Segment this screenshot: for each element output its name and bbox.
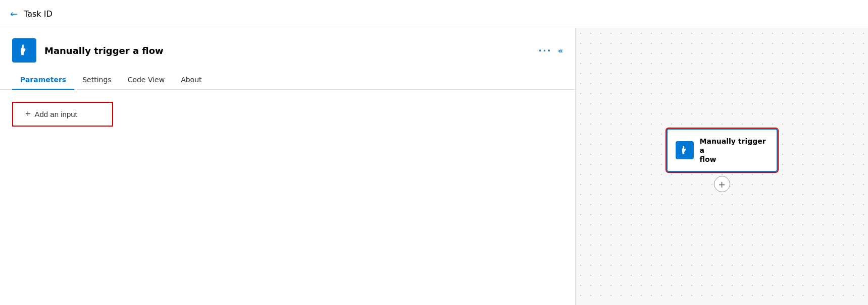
node-icon	[676, 141, 694, 159]
add-input-button[interactable]: + Add an input	[12, 102, 113, 127]
trigger-icon	[12, 38, 36, 63]
main-layout: Manually trigger a flow ··· « Parameters…	[0, 28, 868, 305]
hand-icon	[17, 43, 31, 57]
tabs: Parameters Settings Code View About	[0, 71, 575, 90]
tab-settings[interactable]: Settings	[74, 71, 119, 90]
trigger-header: Manually trigger a flow ··· «	[0, 28, 575, 71]
page-title: Task ID	[24, 9, 53, 19]
tab-about[interactable]: About	[173, 71, 210, 90]
trigger-title: Manually trigger a flow	[44, 45, 538, 56]
canvas-panel: Manually trigger a flow +	[576, 28, 868, 305]
header: ← Task ID	[0, 0, 868, 28]
add-input-label: Add an input	[35, 110, 77, 118]
plus-icon: +	[25, 109, 31, 119]
add-step-button[interactable]: +	[714, 176, 730, 192]
node-label: Manually trigger a flow	[700, 137, 769, 164]
tab-code-view[interactable]: Code View	[120, 71, 173, 90]
add-step-icon: +	[718, 179, 726, 190]
flow-node-container: Manually trigger a flow +	[667, 129, 778, 193]
panel-content: + Add an input	[0, 90, 575, 305]
node-hand-icon	[679, 145, 690, 156]
tab-parameters[interactable]: Parameters	[12, 71, 74, 90]
collapse-button[interactable]: «	[558, 46, 563, 55]
back-arrow-icon: ←	[10, 9, 18, 19]
back-button[interactable]: ←	[10, 9, 18, 19]
ellipsis-button[interactable]: ···	[538, 45, 552, 56]
trigger-actions: ··· «	[538, 45, 563, 56]
flow-node[interactable]: Manually trigger a flow	[667, 129, 778, 172]
left-panel: Manually trigger a flow ··· « Parameters…	[0, 28, 576, 305]
